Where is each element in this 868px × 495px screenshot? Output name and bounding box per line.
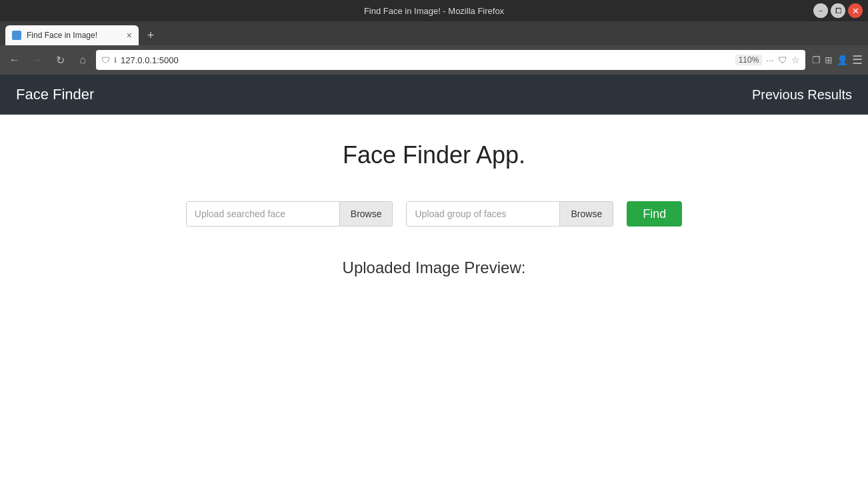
shield-icon: 🛡: [101, 55, 110, 65]
reload-button[interactable]: ↻: [51, 51, 69, 69]
upload-row: Upload searched face Browse Upload group…: [186, 201, 682, 227]
menu-icon[interactable]: ☰: [852, 53, 863, 67]
browse-searched-face-button[interactable]: Browse: [340, 202, 393, 226]
find-button[interactable]: Find: [627, 201, 682, 227]
tab-favicon: [12, 31, 21, 40]
forward-button[interactable]: →: [28, 51, 47, 69]
maximize-button[interactable]: ⧠: [831, 3, 845, 18]
account-icon[interactable]: 👤: [837, 55, 848, 65]
security-icon[interactable]: 🛡: [778, 55, 787, 65]
address-input-wrap: 🛡 ℹ 127.0.0.1:5000 110% ··· 🛡 ☆: [96, 50, 805, 70]
close-button[interactable]: ✕: [848, 3, 863, 18]
window-controls: − ⧠ ✕: [813, 3, 863, 18]
app-title: Face Finder: [16, 86, 94, 103]
title-bar: Find Face in Image! - Mozilla Firefox − …: [0, 0, 868, 21]
tab-bar: Find Face in Image! × +: [0, 21, 868, 45]
upload-group-faces-group: Upload group of faces Browse: [406, 201, 613, 227]
toolbar-right: ❐ ⊞ 👤 ☰: [812, 53, 863, 67]
browser-tab[interactable]: Find Face in Image! ×: [5, 25, 139, 45]
upload-searched-face-label: Upload searched face: [187, 202, 340, 226]
address-bar: ← → ↻ ⌂ 🛡 ℹ 127.0.0.1:5000 110% ··· 🛡 ☆ …: [0, 45, 868, 75]
main-content: Face Finder App. Upload searched face Br…: [0, 115, 868, 495]
bookmark-icon[interactable]: ☆: [791, 55, 800, 65]
sidebar-icon[interactable]: ⊞: [825, 55, 833, 65]
tab-label: Find Face in Image!: [27, 31, 121, 40]
home-button[interactable]: ⌂: [73, 51, 92, 69]
back-button[interactable]: ←: [5, 51, 24, 69]
page-heading: Face Finder App.: [343, 141, 525, 169]
previous-results-button[interactable]: Previous Results: [752, 87, 852, 103]
upload-group-faces-label: Upload group of faces: [407, 202, 560, 226]
url-display[interactable]: 127.0.0.1:5000: [121, 55, 731, 65]
app-navbar: Face Finder Previous Results: [0, 75, 868, 115]
upload-searched-face-group: Upload searched face Browse: [186, 201, 393, 227]
more-options-icon[interactable]: ···: [766, 55, 774, 65]
zoom-level: 110%: [735, 55, 763, 65]
info-icon: ℹ: [114, 56, 117, 65]
new-tab-button[interactable]: +: [141, 27, 160, 44]
minimize-button[interactable]: −: [813, 3, 828, 18]
library-icon[interactable]: ❐: [812, 55, 821, 65]
preview-heading: Uploaded Image Preview:: [343, 258, 526, 277]
window-title: Find Face in Image! - Mozilla Firefox: [364, 6, 504, 16]
browse-group-faces-button[interactable]: Browse: [560, 202, 613, 226]
tab-close-icon[interactable]: ×: [127, 30, 132, 41]
